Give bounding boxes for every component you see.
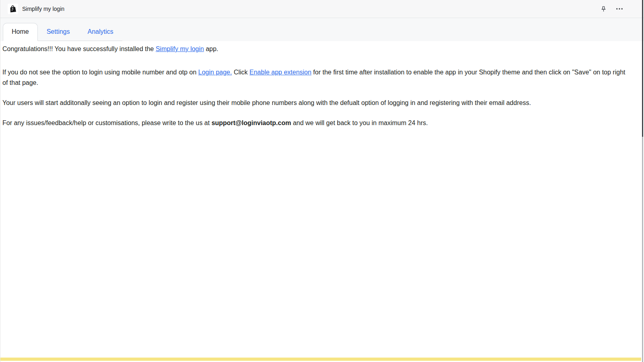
tab-list: Home Settings Analytics (3, 23, 122, 41)
text-segment: If you do not see the option to login us… (2, 69, 198, 76)
text-segment: Congratulations!!! You have successfully… (2, 45, 156, 52)
text-segment: Click (232, 69, 250, 76)
scrollbar[interactable] (642, 0, 643, 362)
text-segment: and we will get back to you in maximum 2… (291, 119, 428, 126)
text-segment: Your users will start additonally seeing… (2, 99, 531, 106)
paragraph-enable-instructions: If you do not see the option to login us… (2, 67, 628, 88)
support-email: support@loginviaotp.com (211, 119, 291, 126)
shopping-bag-icon (8, 4, 18, 14)
login-page-link[interactable]: Login page. (198, 69, 232, 76)
tab-analytics[interactable]: Analytics (79, 23, 122, 41)
tab-settings[interactable]: Settings (38, 23, 79, 41)
main-content: Congratulations!!! You have successfully… (0, 41, 644, 128)
ellipsis-icon[interactable] (614, 4, 625, 14)
paragraph-congratulations: Congratulations!!! You have successfully… (2, 44, 628, 54)
text-segment: app. (204, 45, 219, 52)
paragraph-feature-description: Your users will start additonally seeing… (2, 98, 628, 108)
pushpin-icon[interactable] (598, 4, 609, 14)
app-header: Simplify my login (0, 0, 644, 18)
tab-home[interactable]: Home (3, 23, 38, 41)
enable-app-extension-link[interactable]: Enable app extension (250, 69, 312, 76)
scrollbar-thumb[interactable] (642, 0, 643, 137)
text-segment: For any issues/feedback/help or customis… (2, 119, 211, 126)
header-actions (598, 4, 637, 14)
app-window: Simplify my login Home Settings Analytic… (0, 0, 644, 362)
simplify-my-login-link[interactable]: Simplify my login (156, 45, 204, 52)
tab-bar: Home Settings Analytics (0, 18, 644, 41)
app-title: Simplify my login (22, 6, 64, 12)
paragraph-support: For any issues/feedback/help or customis… (2, 118, 628, 128)
bottom-highlight-bar (0, 358, 641, 361)
